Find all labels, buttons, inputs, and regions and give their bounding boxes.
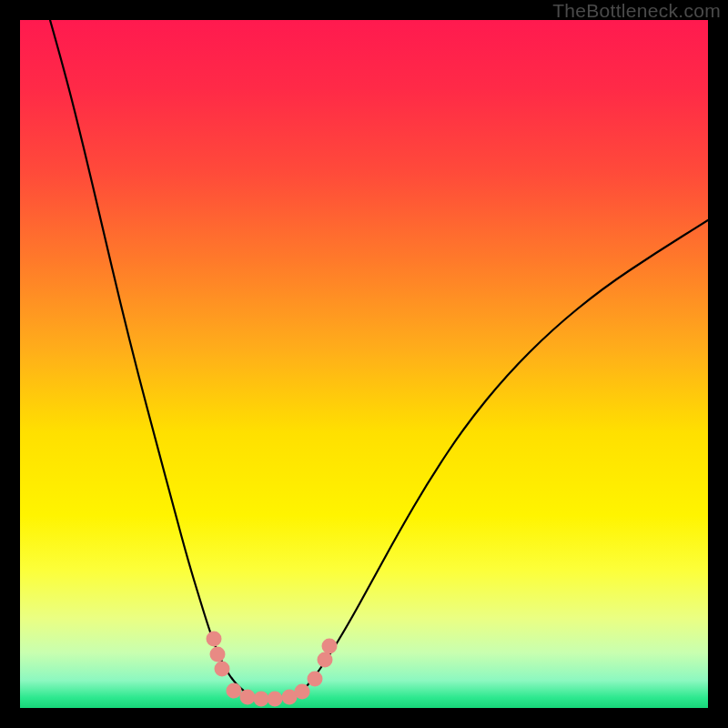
data-marker xyxy=(318,652,333,668)
bottleneck-curve-chart xyxy=(20,20,708,708)
data-marker xyxy=(207,632,222,647)
data-marker xyxy=(227,683,242,699)
chart-frame xyxy=(20,20,708,708)
right-curve xyxy=(293,220,708,698)
data-marker xyxy=(268,692,283,707)
data-marker xyxy=(254,692,269,707)
data-marker xyxy=(295,684,310,700)
left-curve xyxy=(50,20,257,698)
data-markers xyxy=(207,632,338,707)
watermark-label: TheBottleneck.com xyxy=(552,0,721,22)
data-marker xyxy=(240,690,256,705)
data-marker xyxy=(210,647,226,662)
data-marker xyxy=(308,672,323,687)
data-marker xyxy=(322,639,338,654)
data-marker xyxy=(215,662,230,677)
